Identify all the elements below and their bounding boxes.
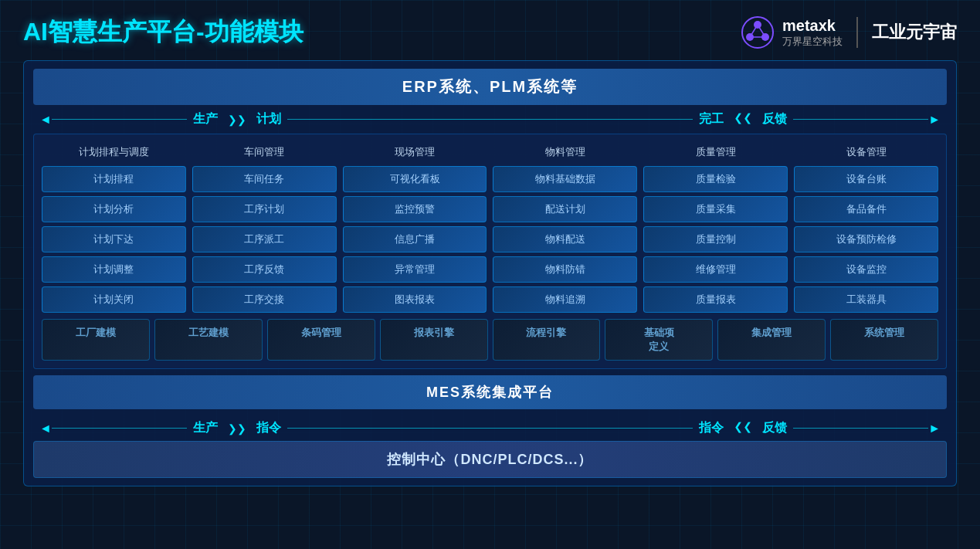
col-header-4: 物料管理 xyxy=(493,142,637,162)
flow-text-jihua: 计划 xyxy=(250,111,287,127)
col-header-1: 计划排程与调度 xyxy=(42,142,186,162)
btn-shebeijianzhu[interactable]: 设备预防检修 xyxy=(794,226,938,252)
brand: metaxk 万界星空科技 工业元宇宙 xyxy=(739,14,957,51)
flow-line-left xyxy=(52,119,187,120)
btn-zhiliangjkongzhi[interactable]: 质量控制 xyxy=(643,226,788,252)
svg-line-4 xyxy=(750,25,758,37)
bottom-flow-line-left xyxy=(52,428,187,429)
btn-jiankong[interactable]: 监控预警 xyxy=(343,196,487,222)
btn-wuliaojichushuju[interactable]: 物料基础数据 xyxy=(493,166,637,192)
btn-beipinpeijian[interactable]: 备品备件 xyxy=(794,196,938,222)
btn-gongxujiaojie[interactable]: 工序交接 xyxy=(192,286,337,313)
btn-shebeizhanghang[interactable]: 设备台账 xyxy=(794,166,938,192)
page-container: AI智慧生产平台-功能模块 metaxk 万界星空科技 工业元宇宙 ERP系统、… xyxy=(0,0,980,549)
btn-gongxufankui[interactable]: 工序反馈 xyxy=(192,256,337,283)
column-chejian: 车间管理 车间任务 工序计划 工序派工 工序反馈 工序交接 xyxy=(192,142,337,313)
btn-jihuafenxi[interactable]: 计划分析 xyxy=(42,196,186,222)
btn-jihuaxiada[interactable]: 计划下达 xyxy=(42,226,186,252)
btn-gongxupai[interactable]: 工序派工 xyxy=(192,226,337,252)
module-columns: 计划排程与调度 计划排程 计划分析 计划下达 计划调整 计划关闭 车间管理 车间… xyxy=(42,142,938,313)
bottom-flow-line-right xyxy=(793,428,928,429)
main-container: ERP系统、PLM系统等 ◄ 生产 ❯❯ 计划 完工 ❯❯ 反馈 ► 计 xyxy=(23,60,957,486)
bottom-flow-text-shengchan: 生产 xyxy=(187,420,224,436)
brand-tagline: 工业元宇宙 xyxy=(872,21,957,44)
col-header-6: 设备管理 xyxy=(794,142,938,162)
column-zhiliang: 质量管理 质量检验 质量采集 质量控制 维修管理 质量报表 xyxy=(643,142,788,313)
btn-zhiliangjianyan[interactable]: 质量检验 xyxy=(643,166,788,192)
bottom-left-arrow-icon: ◄ xyxy=(39,422,52,435)
column-shebei: 设备管理 设备台账 备品备件 设备预防检修 设备监控 工装器具 xyxy=(794,142,938,313)
column-xianchang: 现场管理 可视化看板 监控预警 信息广播 异常管理 图表报表 xyxy=(343,142,487,313)
btn-liuchengyin[interactable]: 流程引擎 xyxy=(493,319,601,361)
btn-gongchangjianmo[interactable]: 工厂建模 xyxy=(42,319,150,361)
page-title: AI智慧生产平台-功能模块 xyxy=(23,15,303,49)
btn-xitongguanli[interactable]: 系统管理 xyxy=(830,319,938,361)
btn-yichang[interactable]: 异常管理 xyxy=(343,256,487,283)
bottom-right-arrow-icon: ► xyxy=(928,422,941,435)
btn-jihuatiaojie[interactable]: 计划调整 xyxy=(42,256,186,283)
btn-gongzhuangqiju[interactable]: 工装器具 xyxy=(794,286,938,313)
btn-tubiao[interactable]: 图表报表 xyxy=(343,286,487,313)
header: AI智慧生产平台-功能模块 metaxk 万界星空科技 工业元宇宙 xyxy=(23,14,957,51)
flow-text-fankui: 反馈 xyxy=(756,111,793,127)
right-arrow-icon: ► xyxy=(928,113,941,127)
brand-sub: 万界星空科技 xyxy=(782,35,843,49)
btn-peisongjihua[interactable]: 配送计划 xyxy=(493,196,637,222)
bottom-chevron-down-icon: ❯❯ xyxy=(228,423,246,434)
flow-text-wangong: 完工 xyxy=(693,111,730,127)
btn-weixiuguanli[interactable]: 维修管理 xyxy=(643,256,788,283)
brand-name: metaxk xyxy=(782,17,836,35)
flow-line-right xyxy=(793,119,928,120)
module-area: 计划排程与调度 计划排程 计划分析 计划下达 计划调整 计划关闭 车间管理 车间… xyxy=(33,134,947,369)
btn-jihuaguanbi[interactable]: 计划关闭 xyxy=(42,286,186,313)
col-header-5: 质量管理 xyxy=(643,142,788,162)
column-jihuapaicheng: 计划排程与调度 计划排程 计划分析 计划下达 计划调整 计划关闭 xyxy=(42,142,186,313)
btn-baobiaoyin[interactable]: 报表引擎 xyxy=(380,319,488,361)
btn-chejianrenwu[interactable]: 车间任务 xyxy=(192,166,337,192)
btn-xinxiguangbo[interactable]: 信息广播 xyxy=(343,226,487,252)
bottom-flow-text-fankui: 反馈 xyxy=(756,420,793,436)
bottom-flow-row: ◄ 生产 ❯❯ 指令 指令 ❯❯ 反馈 ► xyxy=(24,415,956,441)
btn-gongyijianmo[interactable]: 工艺建模 xyxy=(154,319,263,361)
bottom-flow-line-center xyxy=(287,428,693,429)
col-header-3: 现场管理 xyxy=(343,142,487,162)
mes-bar: MES系统集成平台 xyxy=(33,375,947,409)
flow-text-shengchan: 生产 xyxy=(187,111,224,127)
erp-bar: ERP系统、PLM系统等 xyxy=(33,69,947,105)
col-header-2: 车间管理 xyxy=(192,142,337,162)
btn-wuliaopesong[interactable]: 物料配送 xyxy=(493,226,637,252)
brand-text: metaxk 万界星空科技 xyxy=(782,17,843,49)
svg-line-5 xyxy=(758,25,765,37)
btn-gongxujihua[interactable]: 工序计划 xyxy=(192,196,337,222)
bottom-flow-text-zhiling2: 指令 xyxy=(693,420,730,436)
btn-keshihua[interactable]: 可视化看板 xyxy=(343,166,487,192)
btn-tiaomaguanli[interactable]: 条码管理 xyxy=(267,319,375,361)
chevron-down-icon: ❯❯ xyxy=(228,114,246,125)
column-wuliao: 物料管理 物料基础数据 配送计划 物料配送 物料防错 物料追溯 xyxy=(493,142,637,313)
btn-wuliaozheizhui[interactable]: 物料追溯 xyxy=(493,286,637,313)
bottom-modules: 工厂建模 工艺建模 条码管理 报表引擎 流程引擎 基础项定义 集成管理 系统管理 xyxy=(42,319,938,361)
chevron-up-icon: ❯❯ xyxy=(734,114,752,125)
control-bar: 控制中心（DNC/PLC/DCS...） xyxy=(33,441,947,478)
left-arrow-icon: ◄ xyxy=(39,113,52,127)
btn-jichuxiangdingyi[interactable]: 基础项定义 xyxy=(605,319,713,361)
btn-shebeijiankong[interactable]: 设备监控 xyxy=(794,256,938,283)
btn-zhiliangjbaobiao[interactable]: 质量报表 xyxy=(643,286,788,313)
brand-logo-icon xyxy=(739,14,776,51)
btn-jihuapaicheng[interactable]: 计划排程 xyxy=(42,166,186,192)
btn-zhiliangjicai[interactable]: 质量采集 xyxy=(643,196,788,222)
brand-divider xyxy=(856,17,858,48)
btn-jichengguanli[interactable]: 集成管理 xyxy=(717,319,826,361)
btn-wuliaofangcuo[interactable]: 物料防错 xyxy=(493,256,637,283)
flow-line-center xyxy=(287,119,693,120)
bottom-flow-text-zhiling: 指令 xyxy=(250,420,287,436)
bottom-chevron-up-icon: ❯❯ xyxy=(734,423,752,434)
top-flow-row: ◄ 生产 ❯❯ 计划 完工 ❯❯ 反馈 ► xyxy=(24,105,956,134)
